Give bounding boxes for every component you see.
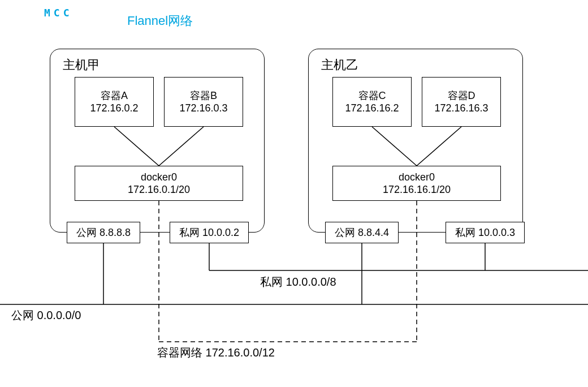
- host-1-private-if: 私网 10.0.0.2: [170, 222, 249, 243]
- logo: MCC: [44, 7, 73, 19]
- container-b-ip: 172.16.0.3: [179, 102, 227, 115]
- container-c-name: 容器C: [358, 89, 386, 102]
- private-net-label: 私网 10.0.0.0/8: [260, 274, 336, 290]
- bridge-2-name: docker0: [399, 171, 435, 184]
- public-net-label: 公网 0.0.0.0/0: [11, 308, 81, 323]
- container-net-label: 容器网络 172.16.0.0/12: [157, 345, 275, 360]
- container-a-name: 容器A: [101, 89, 128, 102]
- bridge-2: docker0 172.16.16.1/20: [332, 166, 501, 201]
- host-1-public-if: 公网 8.8.8.8: [67, 222, 140, 243]
- host-2-private-if-label: 私网 10.0.0.3: [455, 226, 515, 239]
- host-2-public-if-label: 公网 8.8.4.4: [335, 226, 389, 239]
- bridge-1-name: docker0: [141, 171, 177, 184]
- container-b-name: 容器B: [190, 89, 217, 102]
- host-1-private-if-label: 私网 10.0.0.2: [179, 226, 239, 239]
- bridge-2-cidr: 172.16.16.1/20: [383, 183, 451, 196]
- host-2: 主机乙: [308, 49, 523, 233]
- container-c-ip: 172.16.16.2: [345, 102, 399, 115]
- host-2-label: 主机乙: [321, 57, 512, 73]
- container-d-name: 容器D: [448, 89, 475, 102]
- host-2-private-if: 私网 10.0.0.3: [446, 222, 525, 243]
- container-d: 容器D 172.16.16.3: [422, 77, 501, 127]
- container-b: 容器B 172.16.0.3: [164, 77, 243, 127]
- bridge-1: docker0 172.16.0.1/20: [75, 166, 243, 201]
- host-1-label: 主机甲: [63, 57, 254, 73]
- container-a-ip: 172.16.0.2: [90, 102, 138, 115]
- host-2-public-if: 公网 8.8.4.4: [325, 222, 399, 243]
- host-1-public-if-label: 公网 8.8.8.8: [76, 226, 131, 239]
- bridge-1-cidr: 172.16.0.1/20: [128, 183, 190, 196]
- container-c: 容器C 172.16.16.2: [332, 77, 412, 127]
- container-d-ip: 172.16.16.3: [434, 102, 488, 115]
- page-title: Flannel网络: [127, 12, 193, 29]
- host-1: 主机甲: [50, 49, 265, 233]
- container-a: 容器A 172.16.0.2: [75, 77, 154, 127]
